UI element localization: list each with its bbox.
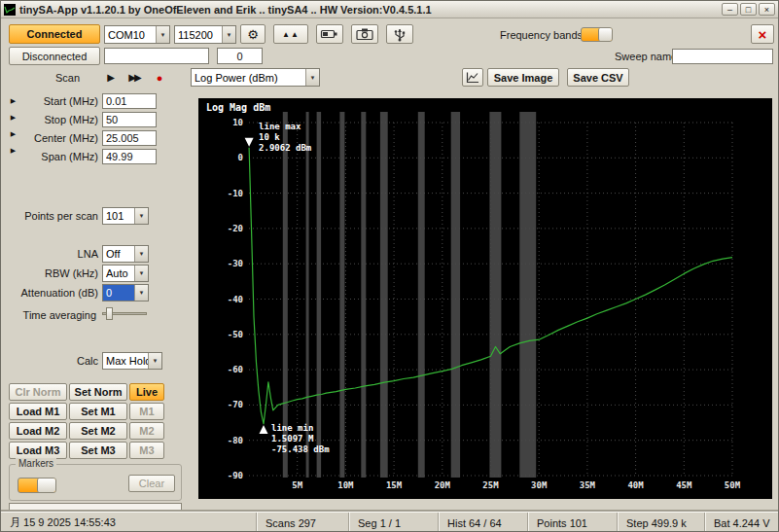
gear-icon: ⚙ <box>247 27 259 42</box>
m2-button[interactable]: M2 <box>129 422 164 440</box>
span-input[interactable] <box>102 149 157 164</box>
up-arrows-icon: ▲▲ <box>282 30 300 39</box>
rbw-value: Auto <box>103 266 134 281</box>
svg-text:30M: 30M <box>531 480 548 490</box>
slider-thumb[interactable] <box>106 307 113 320</box>
load-m3-button[interactable]: Load M3 <box>9 442 67 459</box>
app-window: tinySA-App v1.1.20.1 by OneOfEleven and … <box>0 0 779 532</box>
m3-button[interactable]: M3 <box>129 442 164 459</box>
fast-forward-icon: ▶▶ <box>128 72 139 83</box>
set-m1-button[interactable]: Set M1 <box>69 403 127 420</box>
time-averaging-label: Time averaging <box>9 309 96 321</box>
sweep-name-input[interactable] <box>672 49 773 64</box>
window-controls: – □ × <box>722 3 775 16</box>
svg-text:10M: 10M <box>337 480 354 490</box>
screenshot-button[interactable] <box>351 24 378 44</box>
app-icon <box>4 4 16 16</box>
clr-norm-button[interactable]: Clr Norm <box>9 383 67 401</box>
usb-button[interactable] <box>386 24 413 44</box>
calc-label: Calc <box>9 355 98 367</box>
window-title: tinySA-App v1.1.20.1 by OneOfEleven and … <box>19 4 432 16</box>
chevron-down-icon: ▼ <box>134 266 148 281</box>
calc-select[interactable]: Max Hold ▼ <box>102 352 162 370</box>
status-segment: Seg 1 / 1 <box>348 513 438 532</box>
save-image-button[interactable]: Save Image <box>487 68 559 87</box>
load-m2-button[interactable]: Load M2 <box>9 422 67 440</box>
statusbar: 月 15 9 2025 14:55:43 Scans 297 Seg 1 / 1… <box>1 512 779 532</box>
center-input[interactable] <box>102 130 157 146</box>
chevron-down-icon: ▼ <box>305 69 319 86</box>
span-label: Span (MHz) <box>20 151 98 162</box>
points-per-scan-select[interactable]: 101 ▼ <box>102 207 149 225</box>
expander-arrow-3[interactable]: ▶ <box>7 127 19 141</box>
record-button[interactable]: ● <box>151 69 168 86</box>
marker-position-track[interactable] <box>9 503 182 511</box>
frequency-bands-label: Frequency bands <box>500 29 583 41</box>
set-norm-button[interactable]: Set Norm <box>69 383 127 401</box>
set-m3-button[interactable]: Set M3 <box>69 442 127 459</box>
markers-group-label: Markers <box>16 458 56 469</box>
battery-button[interactable] <box>316 24 343 44</box>
expander-arrow-2[interactable]: ▶ <box>7 111 19 124</box>
markers-toggle[interactable] <box>18 478 56 493</box>
expander-arrow-1[interactable]: ▶ <box>7 94 19 108</box>
svg-text:-40: -40 <box>228 295 243 304</box>
lna-select[interactable]: Off ▼ <box>102 245 149 263</box>
svg-text:-80: -80 <box>228 436 243 445</box>
settings-button[interactable]: ⚙ <box>240 24 266 44</box>
chevron-down-icon: ▼ <box>134 246 148 262</box>
svg-text:-75.438 dBm: -75.438 dBm <box>271 444 330 454</box>
set-m2-button[interactable]: Set M2 <box>69 422 127 440</box>
svg-text:-20: -20 <box>228 224 243 233</box>
frequency-bands-toggle[interactable] <box>581 27 613 42</box>
expander-arrow-4[interactable]: ▶ <box>7 144 19 158</box>
scan-label: Scan <box>55 72 80 84</box>
chart-style-button[interactable] <box>462 68 483 87</box>
disconnected-button[interactable]: Disconnected <box>9 47 100 65</box>
svg-text:line min: line min <box>271 423 313 433</box>
lna-value: Off <box>103 246 134 262</box>
m1-button[interactable]: M1 <box>129 403 164 420</box>
command-input[interactable] <box>104 48 209 64</box>
display-mode-value: Log Power (dBm) <box>192 69 305 86</box>
spectrum-chart[interactable]: 100-10-20-30-40-50-60-70-80-905M10M15M20… <box>198 98 772 499</box>
maximize-button[interactable]: □ <box>740 3 757 16</box>
minimize-button[interactable]: – <box>722 3 738 16</box>
save-csv-button[interactable]: Save CSV <box>567 68 629 87</box>
spectrum-plot[interactable]: 100-10-20-30-40-50-60-70-80-905M10M15M20… <box>198 98 772 499</box>
chevron-down-icon: ▼ <box>156 26 169 43</box>
svg-text:-90: -90 <box>228 471 243 480</box>
scan-continuous-button[interactable]: ▶▶ <box>122 69 147 86</box>
points-per-scan-label: Points per scan <box>9 210 98 222</box>
close-button[interactable]: × <box>759 3 775 16</box>
svg-text:10 k: 10 k <box>259 132 280 142</box>
font-size-button[interactable]: ▲▲ <box>273 24 308 44</box>
time-averaging-slider[interactable] <box>102 307 147 321</box>
rbw-select[interactable]: Auto ▼ <box>102 265 149 282</box>
start-label: Start (MHz) <box>20 95 98 107</box>
pause-input[interactable] <box>217 48 263 64</box>
play-icon: ▶ <box>107 72 115 83</box>
attenuation-label: Attenuation (dB) <box>9 287 98 299</box>
connected-button[interactable]: Connected <box>9 24 100 44</box>
svg-text:-50: -50 <box>228 330 243 339</box>
live-button[interactable]: Live <box>129 383 164 401</box>
stop-input[interactable] <box>102 112 157 127</box>
svg-text:25M: 25M <box>482 480 499 490</box>
attenuation-select[interactable]: 0 ▼ <box>102 284 149 301</box>
svg-text:35M: 35M <box>580 480 596 490</box>
load-m1-button[interactable]: Load M1 <box>9 403 67 420</box>
scan-single-button[interactable]: ▶ <box>102 69 120 86</box>
com-port-select[interactable]: COM10 ▼ <box>104 25 170 44</box>
calc-value: Max Hold <box>103 353 148 369</box>
markers-clear-button[interactable]: Clear <box>128 475 175 492</box>
baud-rate-value: 115200 <box>175 26 222 43</box>
stop-label: Stop (MHz) <box>20 114 98 125</box>
baud-rate-select[interactable]: 115200 ▼ <box>174 25 236 44</box>
exit-button[interactable]: × <box>751 24 774 44</box>
display-mode-select[interactable]: Log Power (dBm) ▼ <box>191 68 320 87</box>
start-input[interactable] <box>102 93 157 109</box>
svg-text:-60: -60 <box>228 365 243 374</box>
rbw-label: RBW (kHz) <box>9 267 98 279</box>
chevron-down-icon: ▼ <box>134 208 148 224</box>
